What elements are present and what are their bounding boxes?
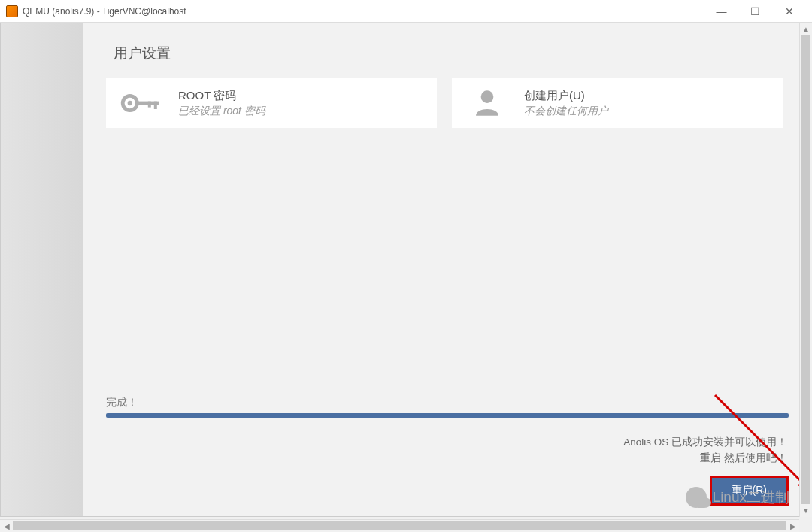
section-title: 用户设置 xyxy=(106,44,789,63)
installer-panel: 用户设置 ROOT 密码 已经设置 root 密码 xyxy=(83,23,811,516)
svg-point-5 xyxy=(481,90,494,103)
vertical-scrollbar[interactable]: ▲ ▼ xyxy=(799,23,812,517)
scroll-up-arrow-icon[interactable]: ▲ xyxy=(800,23,812,35)
horizontal-scrollbar[interactable]: ◀ ▶ xyxy=(0,519,799,532)
vertical-scroll-thumb[interactable] xyxy=(801,35,810,504)
user-card-subtitle: 不会创建任何用户 xyxy=(524,105,608,118)
install-progress-bar xyxy=(106,413,789,418)
window-titlebar: QEMU (anolis7.9) - TigerVNC@localhost — … xyxy=(0,0,812,23)
titlebar-left: QEMU (anolis7.9) - TigerVNC@localhost xyxy=(6,5,186,17)
svg-rect-3 xyxy=(154,102,157,109)
reboot-button[interactable]: 重启(R) xyxy=(710,476,789,506)
window-controls: — ☐ ✕ xyxy=(704,1,806,22)
root-password-card[interactable]: ROOT 密码 已经设置 root 密码 xyxy=(106,78,437,128)
window-title: QEMU (anolis7.9) - TigerVNC@localhost xyxy=(23,6,186,17)
installer-sidebar-art xyxy=(1,23,83,516)
complete-label: 完成！ xyxy=(106,396,789,413)
close-button[interactable]: ✕ xyxy=(772,1,806,22)
key-icon xyxy=(118,86,165,120)
success-line2: 重启 然后使用吧！ xyxy=(106,450,787,467)
vnc-content: 用户设置 ROOT 密码 已经设置 root 密码 xyxy=(0,23,812,517)
svg-rect-4 xyxy=(148,102,151,108)
user-icon xyxy=(464,86,511,120)
scroll-right-arrow-icon[interactable]: ▶ xyxy=(786,520,799,532)
root-card-subtitle: 已经设置 root 密码 xyxy=(178,105,265,118)
scroll-down-arrow-icon[interactable]: ▼ xyxy=(800,504,812,517)
root-card-title: ROOT 密码 xyxy=(178,89,265,103)
svg-point-1 xyxy=(128,101,132,105)
create-user-card[interactable]: 创建用户(U) 不会创建任何用户 xyxy=(452,78,783,128)
qemu-app-icon xyxy=(6,5,18,17)
user-settings-cards: ROOT 密码 已经设置 root 密码 创建用户(U) 不会创建任何用户 xyxy=(106,78,789,128)
success-line1: Anolis OS 已成功安装并可以使用！ xyxy=(106,434,787,451)
maximize-button[interactable]: ☐ xyxy=(738,1,772,22)
success-messages: Anolis OS 已成功安装并可以使用！ 重启 然后使用吧！ xyxy=(106,434,789,467)
minimize-button[interactable]: — xyxy=(704,1,738,22)
horizontal-scroll-thumb[interactable] xyxy=(13,521,786,530)
scroll-left-arrow-icon[interactable]: ◀ xyxy=(0,520,13,532)
user-card-title: 创建用户(U) xyxy=(524,89,608,103)
